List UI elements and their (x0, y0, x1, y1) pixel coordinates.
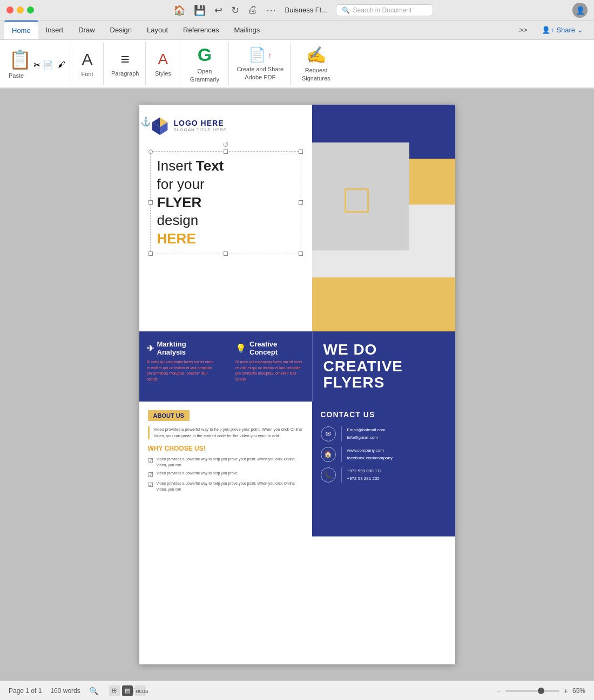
tab-mailings[interactable]: Mailings (227, 21, 268, 39)
user-profile[interactable]: 👤 (572, 3, 588, 18)
logo-text: LOGO HERE SLOGAN TITLE HERE (174, 119, 227, 132)
flyer-bot-left: ABOUT US Video provides a powerful way t… (139, 402, 312, 536)
why-text-1: Video provides a powerful way to help yo… (157, 457, 303, 468)
adobe-group[interactable]: 📄 ↑ Create and ShareAdobe PDF (230, 42, 291, 85)
main-area: ⚓ LOGO HERE SLOGAN TITLE HERE (0, 89, 594, 681)
copy-icon[interactable]: 📄 (43, 60, 53, 70)
ribbon-toolbar: 📋 ✂ 📄 🖌 Paste A Font ≡ Paragraph A Style… (0, 40, 594, 89)
status-right: − + 65% (497, 687, 585, 695)
paper-plane-icon: ✈ (147, 343, 154, 354)
geo-yellow-outline (345, 188, 369, 213)
insert-text-flyer: FLYER (157, 194, 202, 210)
minimize-button[interactable] (17, 6, 24, 13)
handle-bm[interactable] (224, 252, 228, 256)
adobe-label: Create and ShareAdobe PDF (237, 65, 284, 81)
zoom-thumb[interactable] (538, 688, 544, 694)
search-icon: 🔍 (342, 6, 350, 14)
handle-mr[interactable] (299, 200, 303, 205)
signatures-group[interactable]: ✍ RequestSignatures (292, 42, 340, 85)
geo-blue-sm (372, 105, 409, 142)
check-icon-3: ☑ (148, 481, 153, 488)
paragraph-label: Paragraph (111, 70, 139, 77)
status-left: Page 1 of 1 160 words 🔍 (9, 687, 98, 695)
tab-draw[interactable]: Draw (71, 21, 102, 39)
geo-yellow-bot-right (409, 277, 455, 331)
focus-button[interactable]: Focus (135, 685, 146, 696)
geo-yellow-bot (312, 277, 415, 331)
print-icon[interactable]: 🖨 (248, 4, 258, 16)
insert-text: Insert Text for your FLYER design HERE (157, 157, 294, 248)
handle-ml[interactable] (148, 200, 153, 205)
grammarly-label: OpenGrammarly (190, 67, 219, 83)
handle-tl[interactable] (148, 149, 153, 154)
bulb-icon: 💡 (235, 343, 246, 354)
word-count: 160 words (50, 687, 80, 695)
view-icons: ⊞ ▤ Focus (109, 685, 146, 696)
insert-text-bold: Text (196, 158, 224, 174)
we-do-line3: FLYERS (323, 375, 403, 391)
tab-home[interactable]: Home (4, 21, 38, 39)
share-button[interactable]: 👤+ Share ⌄ (535, 21, 590, 39)
anchor-icon: ⚓ (140, 117, 151, 127)
share-icon: 👤+ (542, 26, 555, 34)
why-title: WHY CHOOSE US! (148, 445, 303, 452)
flyer-mid-left: ✈ Markting Analysis Ri notic qui rosamra… (139, 331, 312, 402)
handle-tr[interactable] (299, 149, 303, 154)
ribbon-tabs: Home Insert Draw Design Layout Reference… (0, 21, 594, 40)
handle-br[interactable] (299, 252, 303, 256)
font-group[interactable]: A Font (71, 42, 104, 85)
contact-divider-2 (341, 447, 342, 462)
paste-group[interactable]: 📋 ✂ 📄 🖌 Paste (4, 42, 70, 85)
redo-icon[interactable]: ↻ (231, 4, 239, 16)
paste-icon: 📋 (9, 49, 31, 70)
why-item-3: ☑ Video provides a powerful way to help … (148, 481, 303, 492)
undo-icon[interactable]: ↩ (214, 4, 222, 16)
logo-name: LOGO HERE (174, 119, 227, 127)
tab-more[interactable]: >> (514, 21, 533, 39)
tab-design[interactable]: Design (103, 21, 139, 39)
zoom-level: 65% (572, 687, 585, 695)
zoom-in-icon[interactable]: + (564, 687, 568, 695)
handle-bl[interactable] (148, 252, 153, 256)
insert-text-here: HERE (157, 230, 196, 247)
insert-text-line1: Insert (157, 158, 196, 174)
email-icon: ✉ (321, 426, 336, 441)
status-bar: Page 1 of 1 160 words 🔍 ⊞ ▤ Focus − + 65… (0, 681, 594, 700)
styles-group[interactable]: A Styles (147, 42, 179, 85)
we-do-line1: WE DO (323, 342, 403, 358)
contact-email-text: Email@hotmail.com info@gmail.com (347, 426, 386, 441)
chevron-down-icon: ⌄ (577, 26, 583, 34)
view-icon-focus[interactable]: ▤ (122, 685, 133, 696)
home-icon[interactable]: 🏠 (173, 4, 185, 16)
zoom-out-icon[interactable]: − (497, 687, 501, 695)
more-icon[interactable]: ⋯ (266, 4, 276, 16)
search-box[interactable]: 🔍 Search in Document (336, 4, 433, 16)
paragraph-group[interactable]: ≡ Paragraph (105, 42, 146, 85)
close-button[interactable] (6, 6, 14, 13)
contact-phone-text: +972 599 000 111 +972 08 281 235 (347, 467, 382, 482)
spellcheck-icon[interactable]: 🔍 (89, 687, 98, 695)
about-body: Video provides a powerful way to help yo… (148, 426, 303, 439)
tab-insert[interactable]: Insert (38, 21, 71, 39)
styles-label: Styles (155, 70, 171, 77)
rotate-handle[interactable]: ↺ (150, 140, 301, 149)
tab-references[interactable]: References (176, 21, 226, 39)
save-icon[interactable]: 💾 (194, 4, 206, 16)
signatures-icon: ✍ (306, 45, 326, 64)
view-icon-print[interactable]: ⊞ (109, 685, 120, 696)
zoom-slider[interactable] (505, 690, 559, 692)
text-box[interactable]: Insert Text for your FLYER design HERE (150, 151, 301, 254)
handle-tm[interactable] (224, 149, 228, 154)
why-pre: WHY (148, 445, 165, 452)
grammarly-group[interactable]: G OpenGrammarly (180, 42, 229, 85)
cut-icon[interactable]: ✂ (33, 60, 40, 70)
styles-icon: A (158, 51, 168, 68)
page-info: Page 1 of 1 (9, 687, 42, 695)
format-painter-icon[interactable]: 🖌 (58, 60, 65, 70)
tab-layout[interactable]: Layout (139, 21, 176, 39)
contact-web-item: 🏠 www.company.com facebook.com/company (321, 447, 447, 462)
maximize-button[interactable] (27, 6, 34, 13)
why-item-2: ☑ Video provides a powerful way to help … (148, 471, 303, 478)
geo-yellow-tr (409, 159, 455, 205)
traffic-lights (6, 6, 34, 13)
